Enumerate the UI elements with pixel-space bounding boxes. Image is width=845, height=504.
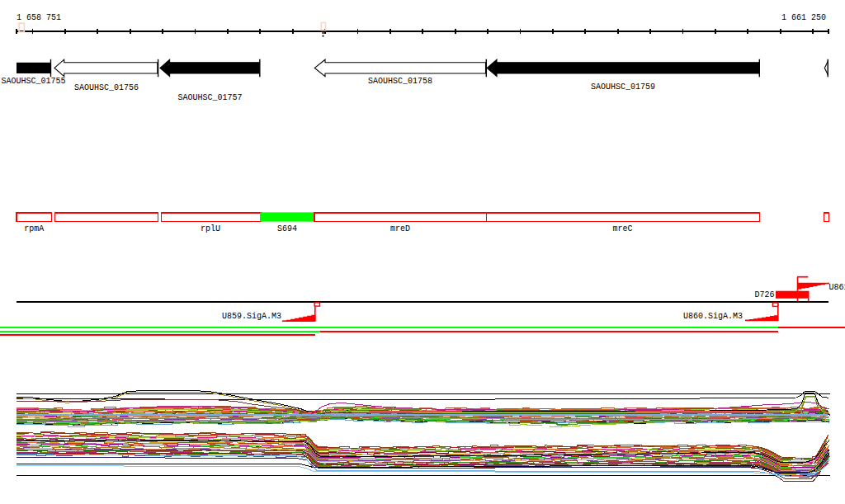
- svg-text:rpmA: rpmA: [24, 224, 44, 233]
- svg-text:SAOUHSC_01756: SAOUHSC_01756: [74, 83, 139, 92]
- svg-text:S694: S694: [277, 224, 297, 233]
- svg-text:D726: D726: [755, 290, 775, 299]
- svg-text:1 661 250: 1 661 250: [781, 13, 826, 22]
- svg-text:rplU: rplU: [201, 224, 220, 233]
- svg-text:SAOUHSC_01758: SAOUHSC_01758: [368, 77, 432, 86]
- svg-text:U859.SigA.M3: U859.SigA.M3: [222, 312, 281, 321]
- svg-text:SAOUHSC_01755: SAOUHSC_01755: [2, 77, 66, 86]
- svg-text:SAOUHSC_01759: SAOUHSC_01759: [591, 82, 655, 92]
- svg-text:1 658 751: 1 658 751: [17, 13, 61, 22]
- svg-text:U860.SigA.M3: U860.SigA.M3: [683, 312, 743, 321]
- svg-text:SAOUHSC_01757: SAOUHSC_01757: [178, 93, 243, 102]
- svg-text:U861.SigA.M3: U861.SigA.M3: [829, 283, 845, 292]
- svg-text:mreD: mreD: [390, 224, 410, 233]
- svg-text:mreC: mreC: [613, 224, 633, 233]
